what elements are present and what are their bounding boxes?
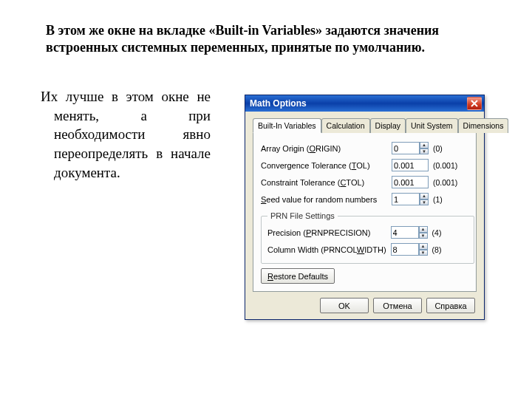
spinner-precision[interactable]: ▲▼	[419, 226, 428, 239]
slide-body-text: Их лучше в этом окне не менять, а при не…	[41, 87, 211, 182]
spinner-seed[interactable]: ▲▼	[420, 193, 429, 205]
tab-dimensions[interactable]: Dimensions	[458, 118, 509, 133]
prn-file-settings-group: PRN File Settings Precision (PRNPRECISIO…	[261, 211, 474, 264]
row-array-origin: Array Origin (ORIGIN) ▲▼ (0)	[261, 142, 468, 154]
slide-heading: В этом же окне на вкладке «Built-in Vari…	[46, 22, 489, 55]
window-title: Math Options	[250, 98, 467, 109]
label-precision: Precision (PRNPRECISION)	[267, 228, 386, 237]
spinner-array-origin[interactable]: ▲▼	[420, 142, 429, 154]
label-array-origin: Array Origin (ORIGIN)	[261, 144, 387, 153]
ok-button[interactable]: OK	[320, 298, 369, 313]
row-seed: Seed value for random numbers ▲▼ (1)	[261, 193, 468, 205]
label-seed: Seed value for random numbers	[261, 195, 387, 204]
tab-builtin-variables[interactable]: Built-In Variables	[253, 118, 321, 133]
default-array-origin: (0)	[433, 144, 468, 153]
tab-calculation[interactable]: Calculation	[321, 118, 370, 133]
input-constraint-tol[interactable]	[392, 176, 429, 188]
row-convergence-tol: Convergence Tolerance (TOL) (0.001)	[261, 159, 468, 171]
label-column-width: Column Width (PRNCOLWIDTH)	[267, 245, 386, 254]
tab-display[interactable]: Display	[370, 118, 406, 133]
label-constraint-tol: Constraint Tolerance (CTOL)	[261, 178, 387, 187]
input-convergence-tol[interactable]	[392, 159, 429, 171]
row-column-width: Column Width (PRNCOLWIDTH) ▲▼ (8)	[267, 243, 468, 256]
tab-pane: Array Origin (ORIGIN) ▲▼ (0) Convergence…	[253, 133, 477, 292]
restore-defaults-button[interactable]: Restore Defaults	[261, 268, 335, 284]
math-options-dialog: Math Options Built-In Variables Calculat…	[245, 95, 485, 320]
prn-legend: PRN File Settings	[267, 211, 338, 220]
row-precision: Precision (PRNPRECISION) ▲▼ (4)	[267, 226, 468, 239]
tab-strip: Built-In Variables Calculation Display U…	[253, 117, 477, 133]
cancel-button[interactable]: Отмена	[373, 298, 422, 313]
close-icon[interactable]	[467, 97, 482, 110]
default-precision: (4)	[432, 228, 468, 237]
default-column-width: (8)	[432, 245, 468, 254]
default-seed: (1)	[433, 195, 468, 204]
input-array-origin[interactable]	[392, 142, 420, 154]
label-convergence-tol: Convergence Tolerance (TOL)	[261, 161, 387, 170]
help-button[interactable]: Справка	[426, 298, 475, 313]
dialog-footer: OK Отмена Справка	[250, 292, 480, 313]
row-constraint-tol: Constraint Tolerance (CTOL) (0.001)	[261, 176, 468, 188]
default-convergence-tol: (0.001)	[433, 161, 468, 170]
spinner-column-width[interactable]: ▲▼	[419, 243, 428, 256]
input-seed[interactable]	[392, 193, 420, 205]
titlebar[interactable]: Math Options	[245, 95, 484, 112]
input-precision[interactable]	[391, 226, 419, 239]
tab-unit-system[interactable]: Unit System	[406, 118, 458, 133]
input-column-width[interactable]	[391, 243, 419, 256]
default-constraint-tol: (0.001)	[433, 178, 468, 187]
